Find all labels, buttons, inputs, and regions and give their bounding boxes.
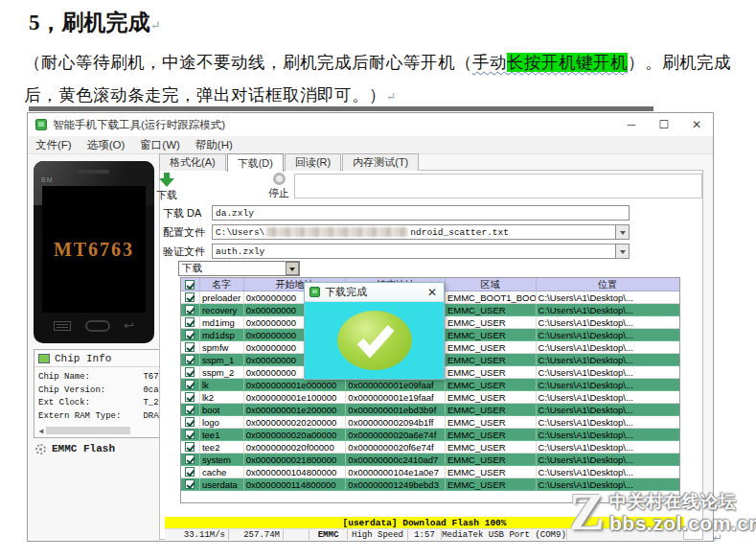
tab-r[interactable]: 回读(R) (285, 153, 341, 171)
file-field-row: 下载 DAda.zxlychoose (163, 205, 630, 221)
chip-info-row: Ext Clock:T_26 (38, 397, 164, 410)
row-checkbox[interactable] (185, 367, 195, 377)
hscroll-thumb[interactable] (46, 427, 130, 434)
paragraph-segment: （耐心等待刷机，中途不要动线，刷机完成后耐心等开机（ (24, 53, 472, 72)
table-row-tee1[interactable]: tee10x0000000020a000000x0000000020a6e74f… (181, 429, 679, 441)
chip-info-rows: Chip Name:T676Chip Version:0ca0Ext Clock… (38, 371, 164, 423)
cell-region: EMMC_BOOT1_BOOT2 (446, 291, 537, 303)
combo-dropdown-icon[interactable] (616, 244, 630, 259)
menu-item-f[interactable]: 文件(F) (28, 138, 80, 152)
window-titlebar[interactable]: 智能手机下载工具(运行时跟踪模式) ─ ☐ ✕ (28, 113, 713, 136)
column-header: 名字 (200, 278, 244, 291)
row-checkbox-cell (181, 329, 200, 340)
minimize-button[interactable]: ─ (615, 113, 648, 136)
stop-icon (273, 173, 286, 185)
row-checkbox[interactable] (185, 430, 195, 439)
row-checkbox[interactable] (185, 380, 195, 389)
doc-heading: 5，刷机完成↵ (29, 8, 160, 37)
table-row-cache[interactable]: cache0x00000001048000000x0000000104e1a0e… (181, 466, 679, 478)
cell-location: C:\Users\A1\Desktop\... (537, 404, 679, 415)
chip-info-row: Extern RAM Type:DRAM (38, 410, 164, 424)
row-checkbox[interactable] (185, 317, 195, 327)
tab-bar: 格式化(A)下载(D)回读(R)内存测试(T) (159, 153, 420, 171)
header-select-all-cell (181, 278, 200, 291)
dialog-title: 下载完成 (325, 285, 421, 299)
close-button[interactable]: ✕ (680, 113, 713, 136)
cell-location: C:\Users\A1\Desktop\... (537, 329, 679, 340)
phone-back-icon: ↩ (124, 321, 134, 331)
row-checkbox[interactable] (185, 355, 195, 364)
table-row-logo[interactable]: logo0x00000000202000000x000000002094b1ff… (181, 416, 679, 429)
cell-name: tee2 (200, 441, 244, 453)
cell-start-address: 0x0000000021800000 (244, 454, 347, 465)
field-input-auth[interactable]: auth.zxly (212, 244, 616, 259)
cell-region: EMMC_USER (446, 478, 537, 490)
cell-name: boot (200, 404, 244, 415)
row-checkbox[interactable] (185, 342, 195, 352)
cell-name: sspm_1 (200, 354, 244, 365)
dialog-titlebar[interactable]: 下载完成 ✕ (305, 283, 444, 302)
phone-screen: MT6763 (42, 186, 146, 313)
table-row-lk[interactable]: lk0x000000001e0000000x000000001e09faafEM… (181, 379, 679, 391)
table-row-tee2[interactable]: tee20x0000000020f000000x0000000020f6e74f… (181, 441, 679, 454)
scene-dropdown[interactable]: 下载 (178, 261, 300, 276)
paragraph-segment: ↵ (386, 90, 397, 104)
tab-d[interactable]: 下载(D) (227, 153, 284, 172)
row-checkbox-cell (181, 379, 200, 390)
row-checkbox[interactable] (185, 417, 195, 427)
field-label: 配置文件 (163, 225, 212, 240)
tab-t[interactable]: 内存测试(T) (342, 153, 419, 171)
paragraph-segment: 手动 (472, 53, 507, 72)
info-box (294, 174, 702, 198)
cell-region: EMMC_USER (446, 429, 537, 440)
paragraph-mark: ↵ (150, 18, 161, 33)
chip-info-hscrollbar[interactable]: ◀ ▶ (36, 426, 177, 435)
scroll-left-icon[interactable]: ◀ (36, 427, 46, 435)
dialog-close-button[interactable]: ✕ (421, 286, 444, 299)
cell-location: C:\Users\A1\Desktop\... (537, 391, 679, 403)
menu-item-o[interactable]: 选项(O) (80, 138, 133, 152)
row-checkbox[interactable] (185, 392, 195, 402)
row-checkbox[interactable] (185, 330, 195, 339)
row-checkbox[interactable] (185, 305, 195, 314)
row-checkbox[interactable] (185, 467, 195, 477)
cell-end-address: 0x00000000c2410ad7 (346, 454, 446, 465)
row-checkbox[interactable] (185, 454, 195, 464)
menu-item-h[interactable]: 帮助(H) (188, 138, 241, 152)
table-row-system[interactable]: system0x00000000218000000x00000000c2410a… (181, 454, 679, 466)
table-row-boot[interactable]: boot0x000000001e2000000x000000001ebd3b9f… (181, 404, 679, 416)
cell-name: sspm_2 (200, 366, 244, 378)
progress-text: [userdata] Download Flash 100% (342, 518, 506, 528)
cell-name: logo (200, 416, 244, 428)
menu-item-w[interactable]: 窗口(W) (132, 138, 188, 152)
dropdown-arrow-icon[interactable] (286, 262, 299, 275)
row-checkbox[interactable] (185, 442, 195, 452)
screenshot-top-edge (29, 106, 653, 111)
download-button[interactable]: 下载 (142, 173, 192, 203)
table-row-lk2[interactable]: lk20x000000001e1000000x000000001e19faafE… (181, 391, 679, 404)
stop-button[interactable]: 停止 (254, 173, 304, 203)
combo-dropdown-icon[interactable] (616, 224, 630, 240)
monitor-icon (38, 354, 50, 363)
cell-start-address: 0x0000000020200000 (244, 416, 347, 428)
cell-end-address: 0x000000002094b1ff (346, 416, 446, 428)
row-checkbox-cell (181, 454, 200, 465)
cell-name: lk (200, 379, 244, 390)
row-checkbox-cell (181, 366, 200, 378)
progress-bar: [userdata] Download Flash 100% (165, 517, 684, 528)
row-checkbox[interactable] (185, 405, 195, 414)
table-row-userdata[interactable]: userdata0x00000001148000000x00000001249b… (181, 478, 679, 491)
row-checkbox[interactable] (185, 479, 195, 489)
cell-start-address: 0x000000001e200000 (244, 404, 347, 415)
field-input-da[interactable]: da.zxly (212, 205, 630, 221)
row-checkbox[interactable] (185, 292, 195, 302)
menu-bar: 文件(F)选项(O)窗口(W)帮助(H) (28, 136, 713, 154)
tab-a[interactable]: 格式化(A) (159, 153, 226, 171)
maximize-button[interactable]: ☐ (648, 113, 680, 136)
cell-name: system (200, 454, 244, 465)
field-input-scatter[interactable]: C:\Users\ndroid_scatter.txt (212, 224, 616, 240)
paragraph-mark: ↵ (713, 531, 722, 545)
status-cell-4: High Speed (348, 529, 408, 540)
select-all-checkbox[interactable] (185, 280, 195, 290)
cell-end-address: 0x00000001249bebd3 (346, 478, 446, 490)
